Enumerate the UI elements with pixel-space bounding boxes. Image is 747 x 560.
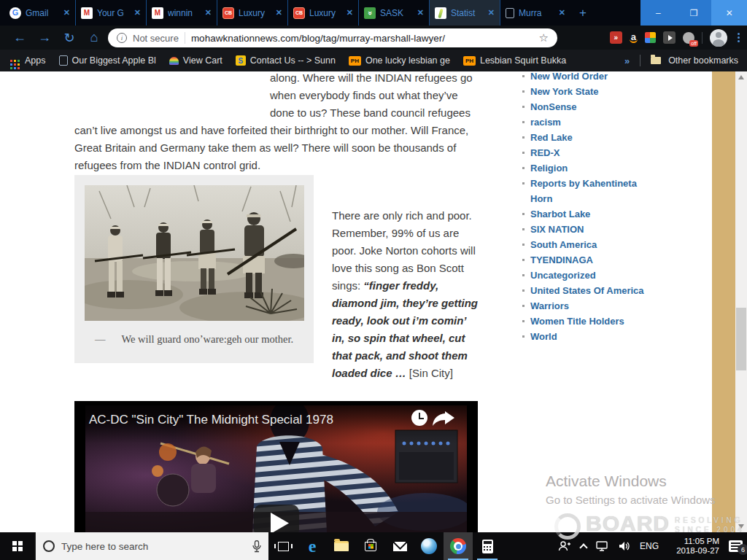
calculator-button[interactable] — [473, 532, 502, 560]
activate-windows-watermark: Activate Windows Go to Settings to activ… — [546, 472, 716, 506]
tray-expand-icon[interactable] — [579, 543, 587, 551]
edge-button[interactable]: e — [298, 532, 327, 560]
taskbar-clock[interactable]: 11:05 PM 2018-09-27 — [668, 537, 719, 556]
category-link[interactable]: Sharbot Lake — [530, 206, 658, 222]
activate-title: Activate Windows — [546, 472, 716, 490]
category-link[interactable]: SIX NATION — [530, 222, 658, 237]
mail-button[interactable] — [385, 532, 414, 560]
category-link[interactable]: New World Order — [530, 71, 658, 84]
bookmark-item[interactable]: Our Biggest Apple Bl — [59, 55, 156, 66]
tab-close-icon[interactable]: ✕ — [63, 8, 70, 18]
category-link[interactable]: Reports by Kahentineta Horn — [530, 176, 658, 206]
watch-later-icon[interactable] — [411, 410, 427, 426]
volume-icon[interactable] — [619, 541, 630, 551]
tab-winning[interactable]: M winnin ✕ — [146, 0, 217, 26]
file-explorer-button[interactable] — [327, 532, 356, 560]
tab-close-icon[interactable]: ✕ — [134, 8, 141, 18]
category-link[interactable]: Women Title Holders — [530, 314, 658, 329]
new-tab-button[interactable]: + — [570, 0, 595, 26]
other-bookmarks[interactable]: Other bookmarks — [651, 55, 738, 66]
skype-button[interactable] — [414, 532, 444, 560]
tab-close-icon[interactable]: ✕ — [559, 8, 565, 18]
profile-avatar[interactable] — [710, 29, 727, 47]
category-link[interactable]: World — [530, 329, 658, 344]
song-lyrics: “finger freddy, diamond jim, they’re get… — [332, 279, 478, 379]
apps-shortcut[interactable]: Apps — [9, 55, 46, 66]
forward-icon[interactable]: → — [32, 30, 57, 45]
tab-murray[interactable]: Murra ✕ — [500, 0, 570, 26]
bookmark-item[interactable]: PH Lesbian Squirt Bukka — [463, 55, 566, 66]
category-link[interactable]: NonSense — [530, 99, 658, 114]
video-extension-icon[interactable] — [663, 31, 676, 44]
taskbar-search[interactable] — [35, 532, 268, 560]
bookmark-item[interactable]: S Contact Us -- > Sunn — [236, 55, 336, 66]
apps-grid-icon — [10, 60, 12, 62]
proxy-globe-icon[interactable]: off — [683, 32, 694, 44]
play-button[interactable] — [254, 505, 299, 532]
chrome-button[interactable] — [444, 532, 473, 560]
tab-your-g[interactable]: M Your G ✕ — [75, 0, 146, 26]
microphone-icon[interactable] — [252, 540, 261, 553]
site-info-icon[interactable]: i — [117, 33, 127, 43]
tab-close-icon[interactable]: ✕ — [488, 8, 495, 18]
figure-caption: — We will guard onoʼware:geh our mother. — [95, 333, 314, 346]
action-center-icon[interactable]: 6 — [729, 540, 743, 552]
cortana-icon — [43, 540, 55, 552]
grid-extension-icon[interactable] — [645, 32, 656, 43]
youtube-embed[interactable]: AC-DC "Sin City" The Midnight Special 19… — [74, 401, 478, 532]
start-button[interactable] — [0, 532, 35, 560]
category-link[interactable]: racism — [530, 114, 658, 130]
page-icon — [506, 8, 514, 18]
close-button[interactable]: ✕ — [711, 0, 747, 26]
category-link[interactable]: Religion — [530, 160, 658, 176]
page-scrollbar[interactable] — [735, 71, 747, 532]
category-link[interactable]: South America — [530, 237, 658, 252]
tab-sask[interactable]: » SASK ✕ — [358, 0, 429, 26]
network-icon[interactable] — [596, 541, 609, 551]
search-input[interactable] — [61, 541, 246, 552]
tab-close-icon[interactable]: ✕ — [347, 8, 353, 18]
url-text[interactable]: mohawknationnews.com/blog/tag/murray-mar… — [191, 33, 533, 44]
scrollbar-thumb[interactable] — [736, 308, 746, 370]
scroll-down-icon[interactable] — [738, 524, 744, 529]
home-icon[interactable]: ⌂ — [82, 30, 107, 45]
tab-luxury-1[interactable]: CB Luxury ✕ — [217, 0, 287, 26]
bookmark-item[interactable]: View Cart — [169, 55, 222, 66]
category-link[interactable]: United States Of America — [530, 283, 658, 298]
store-button[interactable] — [356, 532, 385, 560]
bookmark-item[interactable]: PH One lucky lesbian ge — [349, 55, 450, 66]
tab-title: SASK — [380, 8, 413, 18]
bookmark-star-icon[interactable]: ☆ — [539, 31, 549, 44]
category-link[interactable]: RED-X — [530, 145, 658, 160]
tab-close-icon[interactable]: ✕ — [276, 8, 282, 18]
amazon-extension-icon[interactable]: a — [630, 32, 638, 43]
tab-close-icon[interactable]: ✕ — [417, 8, 424, 18]
scroll-up-icon[interactable] — [738, 75, 744, 79]
folder-icon — [651, 57, 661, 64]
tab-close-icon[interactable]: ✕ — [205, 8, 212, 18]
language-indicator[interactable]: ENG — [640, 541, 659, 551]
category-link[interactable]: TYENDINAGA — [530, 252, 658, 268]
restore-button[interactable]: ❐ — [676, 0, 712, 26]
browser-tab-bar: G Gmail ✕ M Your G ✕ M winnin ✕ CB Luxur… — [0, 0, 747, 26]
skype-icon — [421, 538, 437, 554]
category-link[interactable]: Uncategorized — [530, 268, 658, 283]
category-link[interactable]: Red Lake — [530, 130, 658, 145]
tab-gmail[interactable]: G Gmail ✕ — [4, 0, 75, 26]
bookmark-label: View Cart — [183, 55, 222, 66]
task-view-button[interactable] — [268, 532, 298, 560]
tab-luxury-2[interactable]: CB Luxury ✕ — [287, 0, 358, 26]
category-link[interactable]: Warriors — [530, 298, 658, 314]
back-icon[interactable]: ← — [7, 30, 32, 45]
page-icon — [59, 55, 68, 66]
people-icon[interactable] — [558, 541, 571, 551]
bookmarks-overflow-icon[interactable]: » — [624, 55, 630, 66]
reload-icon[interactable]: ↻ — [57, 30, 82, 46]
address-bar[interactable]: i Not secure mohawknationnews.com/blog/t… — [108, 28, 557, 47]
mail-icon — [393, 542, 407, 551]
category-link[interactable]: New York State — [530, 84, 658, 99]
fastforward-extension-icon[interactable]: » — [610, 31, 622, 44]
minimize-button[interactable]: – — [640, 0, 676, 26]
tab-statistics-active[interactable]: Statist ✕ — [429, 0, 500, 26]
chrome-menu-icon[interactable] — [735, 33, 743, 42]
